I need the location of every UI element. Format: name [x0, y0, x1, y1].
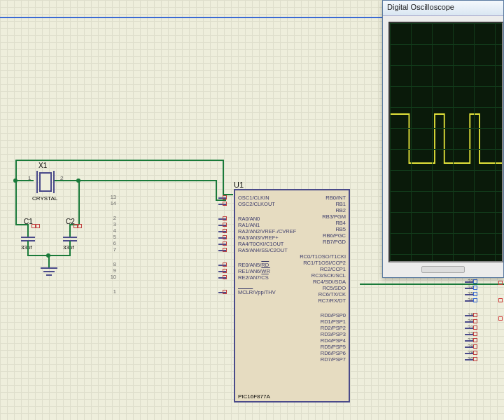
- pin-marker: [223, 235, 227, 239]
- chip-pin-label: RC2/CCP1: [320, 266, 346, 272]
- chip-pin-label: RA5/AN4/SS/C2OUT: [238, 247, 288, 253]
- chip-pin-label: RD6/PSP6: [321, 350, 346, 356]
- chip-pin-number: 3: [113, 221, 116, 227]
- chip-pin-label: RB1: [335, 201, 346, 207]
- chip-pin-label: RC5/SDO: [323, 285, 346, 291]
- chip-pin-label: RD7/PSP7: [321, 356, 346, 363]
- pin-marker: [473, 298, 477, 302]
- chip-pin-label: OSC1/CLKIN: [238, 195, 270, 201]
- terminal-marker: [498, 281, 503, 285]
- pin-marker: [223, 216, 227, 220]
- oscilloscope-title[interactable]: Digital Oscilloscope: [383, 1, 503, 16]
- pin-marker: [223, 195, 227, 200]
- pin-marker: [223, 290, 227, 294]
- chip-pin-number: 1: [113, 288, 116, 295]
- chip-pin-label: RD3/PSP3: [321, 331, 346, 337]
- chip-pin-stub: [465, 288, 473, 289]
- wire: [27, 241, 29, 255]
- chip-pin-stub: [465, 315, 473, 316]
- pin-marker: [473, 332, 477, 336]
- chip-pin-stub: [465, 346, 473, 348]
- chip-pin-number: 8: [113, 261, 116, 267]
- chip-pin-label: RE1/AN6/WR: [238, 268, 270, 274]
- chip-pin-label: RA4/T0CKI/C1OUT: [238, 241, 284, 247]
- chip-part-number: PIC16F877A: [238, 393, 270, 400]
- crystal-ref: X1: [38, 162, 47, 169]
- pin-marker: [223, 262, 227, 267]
- chip-pin-label: RC1/T1OSI/CCP2: [303, 260, 346, 266]
- pin-marker: [223, 241, 227, 246]
- chip-pin-number: 4: [113, 227, 116, 234]
- chip-pin-label: RA3/AN3/VREF+: [238, 234, 279, 241]
- wire-junction: [76, 178, 80, 183]
- pin-marker: [473, 351, 477, 355]
- wire: [15, 210, 17, 225]
- pin-marker: [473, 338, 477, 342]
- pin-marker: [473, 292, 477, 296]
- pin-marker: [223, 269, 227, 273]
- chip-pin-stub: [465, 359, 473, 360]
- pin-marker: [223, 223, 227, 227]
- pin-marker: [223, 275, 227, 279]
- pin-marker: [223, 229, 227, 233]
- wire: [15, 160, 224, 161]
- chip-pin-number: 2: [113, 215, 116, 221]
- pin-marker: [223, 248, 227, 252]
- chip-pin-number: 6: [113, 240, 116, 246]
- pin-marker: [473, 326, 477, 330]
- cap1-value: 33pf: [21, 244, 32, 251]
- chip-pin-label: RC7/RX/DT: [318, 298, 346, 304]
- crystal-symbol[interactable]: [39, 172, 52, 192]
- ruler-line: [0, 17, 382, 18]
- chip-pin-label: RB6/PGC: [323, 232, 346, 239]
- chip-pin-stub: [465, 321, 473, 323]
- chip-pin-label: RB5: [335, 226, 346, 232]
- chip-pin-number: 5: [113, 234, 116, 240]
- chip-pin-number: 13: [111, 194, 116, 200]
- oscilloscope-window[interactable]: Digital Oscilloscope: [382, 0, 504, 278]
- chip-pin-number: 9: [113, 267, 116, 274]
- chip-pin-label: RD5/PSP5: [321, 344, 346, 350]
- wire: [15, 180, 34, 181]
- chip-pin-label: RB7/PGD: [323, 239, 346, 245]
- wire: [360, 284, 504, 285]
- terminal-marker: [498, 298, 503, 302]
- chip-pin-label: RC4/SDI/SDA: [313, 279, 346, 285]
- pin-marker: [473, 319, 477, 323]
- chip-pin-label: RC0/T1OSO/T1CKI: [300, 253, 346, 260]
- chip-pin-stub: [465, 294, 473, 295]
- wire: [15, 224, 28, 225]
- cap2-value: 33pf: [63, 244, 74, 251]
- chip-pin-stub: [465, 281, 473, 283]
- chip-pin-label: RD4/PSP4: [321, 337, 346, 344]
- chip-u1[interactable]: PIC16F877A OSC1/CLKIN13OSC2/CLKOUT14RA0/…: [234, 189, 350, 402]
- ground-symbol[interactable]: [38, 267, 59, 276]
- chip-pin-label: RC6/TX/CK: [318, 291, 346, 298]
- wire: [78, 180, 217, 181]
- chip-ref: U1: [234, 181, 244, 189]
- crystal-type-label: CRYSTAL: [32, 195, 57, 202]
- wire: [216, 180, 217, 201]
- chip-pin-stub: [465, 328, 473, 329]
- chip-pin-label: MCLR/Vpp/THV: [238, 289, 276, 295]
- pin-marker: [473, 286, 477, 290]
- pin-marker: [78, 224, 82, 228]
- chip-pin-label: OSC2/CLKOUT: [238, 201, 275, 207]
- chip-pin-stub: [465, 300, 473, 302]
- oscilloscope-timebase-slider[interactable]: [421, 266, 465, 273]
- chip-pin-number: 14: [111, 200, 116, 206]
- chip-pin-label: RB2: [335, 207, 346, 214]
- chip-pin-label: RE0/AN5/RD: [238, 262, 269, 268]
- chip-pin-label: RB4: [335, 220, 346, 226]
- chip-pin-label: RE2/AN7/CS: [238, 274, 269, 281]
- chip-pin-stub: [465, 334, 473, 335]
- chip-pin-label: RB0/INT: [326, 195, 346, 201]
- chip-pin-label: RA1/AN1: [238, 222, 260, 228]
- pin-marker: [473, 344, 477, 349]
- pin-marker: [473, 313, 477, 317]
- oscilloscope-screen[interactable]: [388, 22, 503, 262]
- chip-pin-label: RB3/PGM: [322, 214, 346, 220]
- chip-pin-label: RA0/AN0: [238, 216, 260, 222]
- chip-pin-number: 7: [113, 246, 116, 253]
- chip-pin-label: RD0/PSP0: [321, 312, 346, 318]
